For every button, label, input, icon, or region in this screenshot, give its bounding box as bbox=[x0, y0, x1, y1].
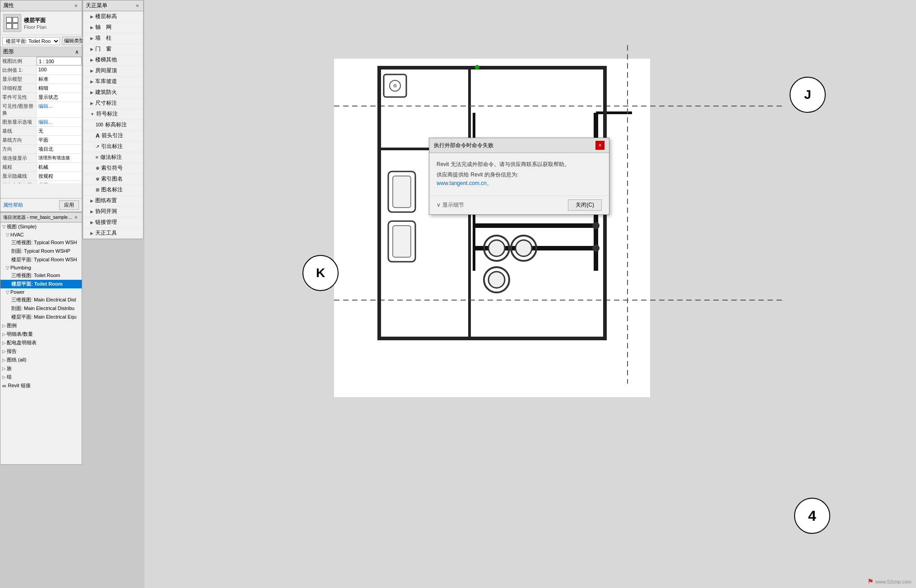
tz-menu-symbol[interactable]: 符号标注 bbox=[83, 109, 143, 120]
pb-group-views[interactable]: ▽ 视图 (Simple) bbox=[0, 222, 82, 231]
pb-group-families[interactable]: ▷ 族 bbox=[0, 364, 82, 373]
tz-sub-index-name[interactable]: ⊕ 索引图名 bbox=[83, 174, 143, 185]
pb-group-reports[interactable]: ▷ 报告 bbox=[0, 347, 82, 356]
prop-label-displaymodel: 显示模型 bbox=[0, 75, 37, 83]
tianzheng-close-button[interactable]: × bbox=[134, 2, 140, 9]
pb-item-revitlinks[interactable]: ∞ Revit 链接 bbox=[0, 381, 82, 390]
tz-menu-tools[interactable]: 天正工具 bbox=[83, 228, 143, 239]
pb-label-panelschedules: 配电盘明细表 bbox=[7, 339, 37, 346]
prop-row-walljoin: 墙连接显示 清理所有墙连接 bbox=[0, 154, 82, 163]
pb-item-hvac-floor[interactable]: 楼层平面: Typical Room WSH bbox=[0, 255, 82, 264]
pb-item-plumbing-floor-active[interactable]: 楼层平面: Toilet Room bbox=[0, 280, 82, 288]
tz-menu-floortag[interactable]: 楼层标高 bbox=[83, 11, 143, 22]
prop-label-walljoin: 墙连接显示 bbox=[0, 154, 37, 162]
tz-menu-garage[interactable]: 车库坡道 bbox=[83, 76, 143, 87]
properties-apply-button[interactable]: 应用 bbox=[59, 200, 79, 210]
tz-sub-elevetion-tag[interactable]: 100 标高标注 bbox=[83, 120, 143, 130]
tz-menu-wallcol[interactable]: 墙 柱 bbox=[83, 33, 143, 44]
pb-group-panelschedules[interactable]: ▷ 配电盘明细表 bbox=[0, 338, 82, 347]
pb-item-hvac-3d[interactable]: 三维视图: Typical Room WSH bbox=[0, 238, 82, 247]
main-drawing-area[interactable]: J K 4 执行外部命令时命令失败 × Revit 无法完成外部命令。请与供应商… bbox=[144, 0, 916, 588]
tz-label-room: 房间屋顶 bbox=[95, 67, 117, 74]
tz-menu-dimension[interactable]: 尺寸标注 bbox=[83, 98, 143, 109]
pb-group-plumbing[interactable]: ▽ Plumbing bbox=[0, 264, 82, 271]
prop-value-scalevalue: 100 bbox=[37, 66, 82, 74]
pb-expand-families: ▷ bbox=[2, 366, 6, 371]
tz-label-linkmanage: 链接管理 bbox=[95, 218, 117, 226]
prop-value-orientation: 项目北 bbox=[37, 145, 82, 153]
project-browser-close-button[interactable]: × bbox=[73, 214, 79, 221]
marker-4: 4 bbox=[794, 498, 830, 534]
pb-label-reports: 报告 bbox=[7, 348, 17, 355]
tz-sub-label-drawingname: 图名标注 bbox=[101, 186, 123, 194]
tz-label-layout: 图纸布置 bbox=[95, 197, 117, 204]
tz-menu-fireprotect[interactable]: 建筑防火 bbox=[83, 87, 143, 98]
prop-row-hiddenline: 显示隐藏线 按规程 bbox=[0, 172, 82, 181]
details-toggle-label: 显示细节 bbox=[442, 201, 464, 209]
pb-item-plumbing-3d[interactable]: 三维视图: Toilet Room bbox=[0, 271, 82, 280]
tz-sub-drawing-name[interactable]: ⊞ 图名标注 bbox=[83, 185, 143, 195]
pb-group-schedules[interactable]: ▷ 明细表/数量 bbox=[0, 330, 82, 338]
tz-label-symbol: 符号标注 bbox=[96, 110, 118, 118]
tz-menu-linkmanage[interactable]: 链接管理 bbox=[83, 217, 143, 228]
error-dialog-close-x[interactable]: × bbox=[595, 141, 604, 150]
tz-menu-layout[interactable]: 图纸布置 bbox=[83, 195, 143, 206]
svg-point-22 bbox=[488, 272, 505, 288]
pb-label-families: 族 bbox=[7, 365, 12, 372]
tz-menu-axisnet[interactable]: 轴 网 bbox=[83, 22, 143, 33]
pb-item-power-floor[interactable]: 楼层平面: Main Electrical Equ bbox=[0, 313, 82, 321]
svg-rect-29 bbox=[393, 226, 411, 257]
svg-point-42 bbox=[592, 245, 600, 252]
pb-label-hvac: HVAC bbox=[10, 232, 24, 237]
pb-group-groups[interactable]: ▷ 组 bbox=[0, 373, 82, 381]
error-message-line2: 供应商提供给 Revit 的身份信息为: bbox=[437, 171, 602, 179]
tz-sub-index-symbol[interactable]: ⊕ 索引符号 bbox=[83, 163, 143, 174]
prop-value-viewscale[interactable] bbox=[37, 57, 82, 65]
pb-group-sheets[interactable]: ▷ 图纸 (all) bbox=[0, 356, 82, 364]
pb-label-revitlinks: Revit 链接 bbox=[8, 382, 31, 389]
pb-group-hvac[interactable]: ▽ HVAC bbox=[0, 231, 82, 238]
prop-value-partvisibility: 显示状态 bbox=[37, 93, 82, 102]
pb-expand-schedules: ▷ bbox=[2, 332, 6, 337]
pb-item-hvac-section[interactable]: 剖面: Typical Room WSHP bbox=[0, 247, 82, 255]
pb-group-power[interactable]: ▽ Power bbox=[0, 288, 82, 296]
prop-value-discipline: 机械 bbox=[37, 163, 82, 171]
tz-menu-doorwindow[interactable]: 门 窗 bbox=[83, 44, 143, 55]
error-message-line3: www.tangent.com.cn。 bbox=[437, 179, 602, 188]
tz-label-axisnet: 轴 网 bbox=[95, 23, 112, 31]
error-dialog-title: 执行外部命令时命令失败 bbox=[434, 142, 493, 149]
prop-label-graphicdisplay: 图形显示选项 bbox=[0, 118, 37, 126]
properties-view-selector[interactable]: 楼层平面: Toilet Roo bbox=[2, 37, 60, 45]
prop-row-viewscale: 视图比例 bbox=[0, 57, 82, 66]
tz-sub-method-note[interactable]: ≡ 做法标注 bbox=[83, 152, 143, 163]
error-details-toggle[interactable]: ∨ 显示细节 bbox=[437, 201, 464, 209]
revit-link-icon: ∞ bbox=[2, 383, 6, 389]
prop-value-vg[interactable]: 编辑... bbox=[37, 102, 82, 117]
tz-sub-arrow-note[interactable]: A 箭头引注 bbox=[83, 130, 143, 141]
prop-row-underlay: 基线 无 bbox=[0, 127, 82, 136]
properties-close-button[interactable]: × bbox=[73, 2, 79, 9]
tz-menu-room[interactable]: 房间屋顶 bbox=[83, 65, 143, 76]
tz-menu-collab[interactable]: 协同开洞 bbox=[83, 206, 143, 217]
properties-help-link[interactable]: 属性帮助 bbox=[3, 202, 23, 208]
marker-J: J bbox=[790, 77, 826, 113]
prop-label-discipline: 规程 bbox=[0, 163, 37, 171]
tz-sub-label-index: 索引符号 bbox=[101, 164, 123, 172]
pb-expand-views: ▽ bbox=[2, 224, 6, 229]
collapse-icon[interactable]: ∧ bbox=[75, 49, 79, 55]
prop-value-underlay: 无 bbox=[37, 127, 82, 135]
error-close-button[interactable]: 关闭(C) bbox=[568, 199, 602, 211]
pb-item-power-3d[interactable]: 三维视图: Main Electrical Dist bbox=[0, 296, 82, 304]
pb-item-power-section[interactable]: 剖面: Main Electrical Distribu bbox=[0, 304, 82, 313]
pb-label-groups: 组 bbox=[7, 374, 12, 380]
tz-menu-stair[interactable]: 楼梯其他 bbox=[83, 55, 143, 65]
pb-group-legend[interactable]: ▷ 图例 bbox=[0, 321, 82, 330]
pb-label-power: Power bbox=[10, 289, 24, 295]
properties-title-area: 楼层平面 Floor Plan bbox=[24, 17, 46, 30]
prop-label-colorschemepos: 颜色方案位置 bbox=[0, 181, 37, 183]
svg-point-18 bbox=[488, 240, 505, 256]
pb-expand-reports: ▷ bbox=[2, 349, 6, 354]
prop-value-graphicdisplay[interactable]: 编辑... bbox=[37, 118, 82, 126]
tz-sub-leader-note[interactable]: ↗ 引出标注 bbox=[83, 141, 143, 152]
tz-sub-label-leader: 引出标注 bbox=[101, 143, 123, 150]
